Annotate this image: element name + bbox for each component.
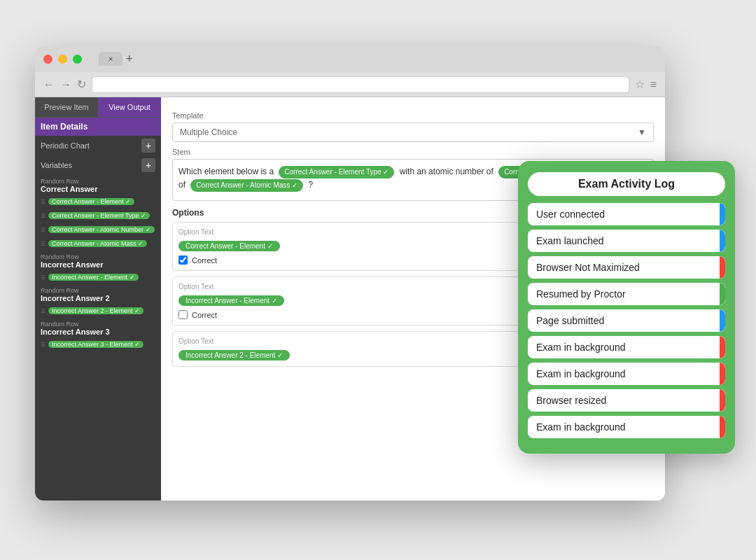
stem-prefix: Which element below is a	[178, 167, 274, 176]
address-bar[interactable]	[92, 76, 629, 93]
item-details-section: Item Details	[35, 118, 161, 136]
template-value: Multiple Choice	[180, 127, 237, 137]
sidebar: Preview Item View Output Item Details Pe…	[35, 97, 161, 500]
incorrect-answer-2-row-title: Incorrect Answer 2	[35, 294, 161, 304]
refresh-button[interactable]: ↻	[77, 78, 86, 91]
stem-end: ?	[308, 180, 313, 190]
variables-row: Variables +	[35, 155, 161, 175]
log-item-page-submitted: Page submitted	[528, 309, 725, 332]
correct-answer-row-label: Random Row	[35, 175, 161, 185]
template-select[interactable]: Multiple Choice ▼	[172, 122, 654, 142]
incorrect-answer-3-row-label: Random Row	[35, 318, 161, 328]
menu-icon[interactable]: ≡	[650, 78, 657, 91]
incorrect-answer-3-element-badge: Incorrect Answer 3 - Element ✓	[48, 341, 144, 348]
preview-item-button[interactable]: Preview Item	[35, 97, 98, 117]
log-indicator-red-1	[720, 256, 725, 279]
stem-badge-element-type: Correct Answer - Element Type ✓	[279, 166, 394, 178]
incorrect-answer-3-element-item[interactable]: ≡ Incorrect Answer 3 - Element ✓	[35, 337, 161, 351]
incorrect-answer-2-element-item[interactable]: ≡ Incorrect Answer 2 - Element ✓	[35, 304, 161, 318]
stem-suffix: of	[178, 180, 186, 190]
incorrect-answer-element-item[interactable]: ≡ Incorrect Answer - Element ✓	[35, 270, 161, 284]
log-item-user-connected: User connected	[528, 203, 725, 225]
option-3-badge: Incorrect Answer 2 - Element ✓	[178, 350, 290, 360]
star-icon[interactable]: ☆	[635, 78, 645, 91]
incorrect-answer-2-element-badge: Incorrect Answer 2 - Element ✓	[48, 307, 144, 314]
incorrect-answer-3-group: Random Row Incorrect Answer 3 ≡ Incorrec…	[35, 318, 161, 351]
log-item-user-connected-text: User connected	[536, 209, 605, 220]
option-2-badge: Incorrect Answer - Element ✓	[178, 295, 284, 306]
periodic-chart-row: Periodic Chart +	[35, 136, 161, 155]
tab-close[interactable]: ×	[108, 55, 113, 63]
drag-handle-icon: ≡	[41, 272, 46, 282]
traffic-light-green[interactable]	[73, 55, 82, 64]
traffic-light-yellow[interactable]	[58, 55, 67, 64]
browser-tab-bar: × +	[99, 52, 133, 66]
periodic-chart-label: Periodic Chart	[41, 141, 90, 150]
view-output-button[interactable]: View Output	[98, 97, 161, 117]
correct-answer-element-badge: Correct Answer - Element ✓	[48, 198, 134, 205]
activity-log-title: Exam Activity Log	[528, 172, 725, 196]
drag-handle-icon: ≡	[41, 340, 46, 349]
log-indicator-blue-2	[720, 230, 725, 252]
option-1-badge: Correct Answer - Element ✓	[178, 241, 280, 251]
log-indicator-blue	[720, 203, 725, 225]
new-tab-button[interactable]: +	[125, 52, 133, 65]
incorrect-answer-3-row-title: Incorrect Answer 3	[35, 328, 161, 337]
browser-tab[interactable]: ×	[99, 52, 122, 66]
add-periodic-button[interactable]: +	[141, 139, 155, 153]
incorrect-answer-2-row-label: Random Row	[35, 284, 161, 294]
dropdown-arrow-icon: ▼	[638, 127, 646, 137]
drag-handle-icon: ≡	[41, 306, 46, 316]
log-item-resumed-by-proctor: Resumed by Proctor	[528, 283, 725, 305]
correct-answer-atomic-mass-badge: Correct Answer - Atomic Mass ✓	[48, 240, 147, 247]
log-item-exam-background-1-text: Exam in background	[536, 342, 626, 353]
log-item-resumed-by-proctor-text: Resumed by Proctor	[536, 288, 626, 300]
log-indicator-green-1	[720, 283, 725, 305]
log-item-exam-launched: Exam launched	[528, 230, 725, 252]
log-item-page-submitted-text: Page submitted	[536, 315, 604, 326]
browser-toolbar: ← → ↻ ☆ ≡	[35, 72, 665, 97]
add-variable-button[interactable]: +	[141, 158, 155, 172]
log-item-exam-background-3-text: Exam in background	[536, 421, 626, 433]
log-indicator-red-2	[720, 336, 725, 358]
option-2-correct-checkbox[interactable]	[178, 310, 188, 319]
log-item-exam-background-2-text: Exam in background	[536, 368, 626, 379]
log-item-browser-resized: Browser resized	[528, 389, 725, 412]
traffic-light-red[interactable]	[43, 55, 52, 64]
back-button[interactable]: ←	[43, 78, 55, 91]
template-label: Template	[172, 111, 654, 120]
log-item-browser-not-maximized: Browser Not Maximized	[528, 256, 725, 279]
variables-label: Variables	[41, 161, 72, 169]
drag-handle-icon: ≡	[41, 239, 46, 248]
log-indicator-red-5	[720, 416, 725, 438]
browser-titlebar: × +	[35, 46, 665, 72]
correct-answer-atomic-number-badge: Correct Answer - Atomic Number ✓	[48, 226, 155, 233]
correct-answer-atomic-mass-item[interactable]: ≡ Correct Answer - Atomic Mass ✓	[35, 237, 161, 251]
log-item-exam-launched-text: Exam launched	[536, 235, 604, 246]
activity-log-panel: Exam Activity Log User connected Exam la…	[518, 161, 735, 454]
stem-badge-atomic-mass: Correct Answer - Atomic Mass ✓	[190, 179, 303, 192]
drag-handle-icon: ≡	[41, 197, 46, 206]
log-item-browser-resized-text: Browser resized	[536, 395, 606, 406]
option-1-correct-label: Correct	[192, 256, 217, 265]
correct-answer-row-title: Correct Answer	[35, 185, 161, 195]
log-item-exam-background-3: Exam in background	[528, 416, 725, 438]
correct-answer-atomic-number-item[interactable]: ≡ Correct Answer - Atomic Number ✓	[35, 223, 161, 237]
log-indicator-red-4	[720, 389, 725, 412]
incorrect-answer-element-badge: Incorrect Answer - Element ✓	[48, 274, 139, 281]
correct-answer-group: Random Row Correct Answer ≡ Correct Answ…	[35, 175, 161, 251]
incorrect-answer-group: Random Row Incorrect Answer ≡ Incorrect …	[35, 251, 161, 284]
log-item-browser-not-maximized-text: Browser Not Maximized	[536, 262, 640, 273]
incorrect-answer-2-group: Random Row Incorrect Answer 2 ≡ Incorrec…	[35, 284, 161, 318]
drag-handle-icon: ≡	[41, 211, 46, 220]
correct-answer-element-item[interactable]: ≡ Correct Answer - Element ✓	[35, 195, 161, 209]
forward-button[interactable]: →	[60, 78, 71, 91]
log-indicator-blue-3	[720, 309, 725, 332]
log-indicator-red-3	[720, 363, 725, 385]
option-1-correct-checkbox[interactable]	[178, 255, 188, 265]
log-item-exam-background-1: Exam in background	[528, 336, 725, 358]
correct-answer-element-type-item[interactable]: ≡ Correct Answer - Element Type ✓	[35, 209, 161, 223]
correct-answer-element-type-badge: Correct Answer - Element Type ✓	[48, 212, 150, 219]
incorrect-answer-row-label: Random Row	[35, 251, 161, 260]
drag-handle-icon: ≡	[41, 225, 46, 234]
